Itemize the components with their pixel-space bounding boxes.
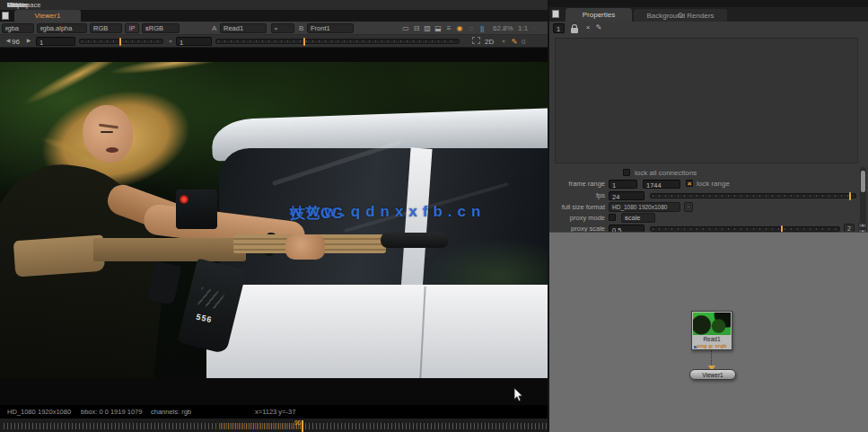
slider-ticks: [218, 40, 457, 42]
proxy-mode-checkbox[interactable]: [609, 214, 616, 221]
viewer-lut-dropdown[interactable]: sRGB ▾: [142, 23, 180, 33]
lock-icon[interactable]: [571, 28, 578, 33]
fps-slider[interactable]: [650, 193, 856, 198]
rifle-receiver: [93, 238, 246, 261]
tab-viewer1[interactable]: Viewer1 ×: [14, 10, 81, 22]
view-mode[interactable]: 2D: [485, 38, 494, 46]
layer-dropdown[interactable]: rgba.alpha ▾: [37, 23, 87, 33]
pencil-icon[interactable]: ✎: [510, 38, 519, 46]
fps-field[interactable]: 24: [609, 191, 644, 200]
edit-node-icon[interactable]: ✎: [594, 23, 603, 31]
read-node[interactable]: Read1 png g: srgb: [691, 311, 732, 350]
magazine-caliber-label: 556: [196, 313, 214, 325]
properties-tab-bar: Properties × Background Renders: [549, 7, 868, 22]
car-door-body: [206, 285, 548, 378]
a-input-value: Read1: [224, 24, 243, 32]
tab-background-renders[interactable]: Background Renders: [634, 9, 727, 22]
format-center-icon[interactable]: ▭: [401, 24, 410, 32]
pane-layout-icon[interactable]: [552, 10, 559, 18]
flipbook-icon[interactable]: ⬓: [434, 24, 443, 32]
a-input-label: A: [212, 24, 216, 32]
node-graph[interactable]: Read1 png g: srgb Viewer1: [549, 232, 868, 432]
blue-channel-dot: [694, 346, 697, 348]
lock-all-checkbox[interactable]: [623, 169, 630, 176]
lock-range-checkbox[interactable]: ×: [686, 180, 693, 187]
slider-ticks: [653, 195, 854, 197]
clear-panels-icon[interactable]: ×: [583, 23, 592, 31]
pixel-aspect[interactable]: 1:1: [518, 24, 528, 32]
menu-help[interactable]: Help: [7, 1, 21, 9]
slider-ticks: [653, 228, 837, 230]
lock-all-label: lock all connections: [635, 169, 697, 177]
close-icon[interactable]: ×: [597, 11, 601, 19]
chevron-down-icon: ▾: [625, 215, 627, 221]
playhead[interactable]: [302, 420, 303, 432]
zoom-level[interactable]: 62.8%: [493, 24, 513, 32]
support-hand: [285, 234, 325, 260]
chevron-down-icon: ▾: [5, 25, 8, 31]
pane-top-strip: [549, 0, 868, 7]
pane-layout-icon[interactable]: [2, 12, 9, 20]
lock-range-label: lock range: [697, 180, 730, 188]
stereo-rect-icon[interactable]: [472, 37, 480, 44]
wipe-icon[interactable]: ⊟: [412, 24, 421, 32]
mouse-cursor: [513, 387, 523, 402]
range-slider-b[interactable]: [215, 39, 460, 44]
max-panels-field[interactable]: 1: [553, 23, 565, 33]
b-input-value: Front1: [311, 24, 330, 32]
slider-marker[interactable]: [119, 38, 121, 46]
cached-frames-ticks: [221, 423, 303, 429]
wipe-mode-dropdown[interactable]: - ▾: [271, 23, 294, 33]
read-node-label: png g: srgb: [692, 343, 732, 348]
red-dot-sight: [176, 190, 217, 229]
display-channel-dropdown[interactable]: RGB ▾: [90, 23, 122, 33]
pause-icon[interactable]: ||: [478, 24, 487, 32]
next-frame-icon[interactable]: ▶: [24, 37, 33, 45]
fps-slider-handle[interactable]: [849, 192, 851, 200]
roi-icon[interactable]: ◉: [455, 24, 464, 32]
rifle-suppressor: [381, 233, 449, 248]
range-out-field[interactable]: 1: [176, 37, 212, 46]
frame-range-end-field[interactable]: 1744: [643, 180, 680, 189]
proxy-mode-row: proxy mode scale ▾: [549, 212, 868, 223]
chevron-down-icon[interactable]: ▾: [166, 38, 175, 46]
frame-range-start-field[interactable]: 1: [609, 180, 637, 189]
frame-range-label: frame range: [549, 180, 605, 188]
rifle-stock: [13, 235, 106, 278]
close-icon[interactable]: ×: [46, 12, 50, 20]
range-slider-a[interactable]: [79, 39, 163, 44]
tab-properties[interactable]: Properties ×: [566, 8, 632, 22]
dot-icon: ·: [533, 24, 536, 32]
viewer-toolbar: rgba ▾ rgba.alpha ▾ RGB ▾ IP sRGB ▾ A Re…: [0, 22, 548, 35]
current-frame[interactable]: 96: [12, 38, 20, 46]
gain-menu-icon[interactable]: ≡: [444, 24, 453, 32]
read-node-thumbnail: [693, 313, 731, 335]
status-pointer-coords: x=1123 y=-37: [255, 408, 295, 416]
a-input-dropdown[interactable]: Read1 ▾: [220, 23, 267, 33]
input-process-toggle[interactable]: IP: [125, 23, 139, 33]
mouth: [106, 147, 118, 153]
refresh-icon[interactable]: ◌: [467, 24, 476, 32]
proxy-mode-dropdown[interactable]: scale ▾: [621, 213, 655, 223]
b-input-dropdown[interactable]: Front1 ▾: [307, 23, 354, 33]
node-connection-wire[interactable]: [711, 350, 712, 366]
format-label: full size format: [549, 203, 605, 211]
fps-row: fps 24: [549, 190, 868, 200]
lock-all-row: lock all connections: [549, 167, 868, 178]
ip-label: IP: [129, 25, 136, 31]
viewer-node[interactable]: Viewer1: [689, 369, 736, 380]
menu-bar: File Edit Workspace Viewer Render Cache …: [0, 0, 548, 10]
chevron-down-icon: ▾: [40, 25, 43, 31]
status-bbox: bbox: 0 0 1919 1079: [81, 408, 142, 416]
spinner-up-button[interactable]: ▲: [858, 223, 867, 228]
layer-value: rgba.alpha: [40, 24, 72, 32]
range-in-field[interactable]: 1: [36, 37, 75, 46]
channels-dropdown[interactable]: rgba ▾: [2, 23, 34, 33]
right-pane: Properties × Background Renders 1 × ✎ lo…: [548, 0, 868, 432]
format-dropdown[interactable]: HD_1080 1920x1080 ▾: [609, 202, 680, 212]
slider-marker[interactable]: [303, 38, 305, 46]
chevron-down-icon[interactable]: ▾: [499, 38, 508, 46]
format-options-button[interactable]: ·: [684, 202, 693, 212]
eyebrow: [99, 123, 118, 128]
checker-background-icon[interactable]: ▨: [423, 24, 432, 32]
